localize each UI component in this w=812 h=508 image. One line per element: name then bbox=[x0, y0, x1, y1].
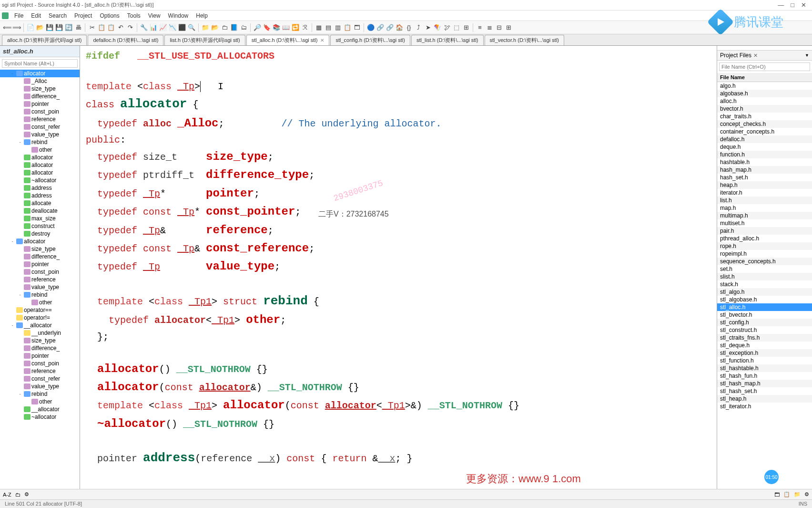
tree-node[interactable]: destroy bbox=[0, 230, 80, 238]
tool-icon[interactable]: 🔎 bbox=[253, 23, 262, 32]
tree-node[interactable]: -rebind bbox=[0, 390, 80, 398]
tool-icon[interactable]: ≣ bbox=[485, 23, 494, 32]
symbol-search-input[interactable] bbox=[2, 59, 78, 68]
tree-node[interactable]: ~allocator bbox=[0, 413, 80, 421]
menu-tools[interactable]: Tools bbox=[123, 12, 144, 19]
symbol-tree[interactable]: -allocator_Allocsize_typedifference_poin… bbox=[0, 70, 80, 489]
tree-expand-icon[interactable]: - bbox=[17, 392, 23, 396]
file-row[interactable]: algobase.h bbox=[717, 90, 812, 97]
file-row[interactable]: stl_hash_fun.h bbox=[717, 372, 812, 380]
file-row[interactable]: function.h bbox=[717, 151, 812, 158]
split-icon[interactable]: ▤ bbox=[324, 23, 333, 32]
file-tab[interactable]: alloc.h (D:\资料\开源代码\sgi stl) bbox=[2, 35, 87, 45]
file-row[interactable]: ropeimpl.h bbox=[717, 250, 812, 258]
tree-expand-icon[interactable]: - bbox=[10, 71, 15, 76]
tree-expand-icon[interactable]: - bbox=[17, 292, 23, 297]
tool-icon[interactable]: 🕊 bbox=[443, 23, 451, 32]
tool-icon[interactable]: ⊞ bbox=[462, 23, 470, 32]
file-row[interactable]: stl_ctraits_fns.h bbox=[717, 334, 812, 342]
tree-node[interactable]: const_poin bbox=[0, 360, 80, 367]
file-row[interactable]: char_traits.h bbox=[717, 113, 812, 120]
tool-icon[interactable]: 🔍 bbox=[187, 23, 196, 32]
open-icon[interactable]: 📂 bbox=[36, 23, 44, 32]
file-row[interactable]: stl_deque.h bbox=[717, 342, 812, 349]
tool-icon[interactable]: 🗂 bbox=[239, 23, 248, 32]
forward-button[interactable]: ⟹ bbox=[12, 23, 21, 32]
tree-node[interactable]: _Alloc bbox=[0, 77, 80, 85]
tool-icon[interactable]: 🔗 bbox=[386, 23, 394, 32]
minimize-button[interactable]: — bbox=[778, 1, 784, 9]
tool-icon[interactable]: 🔵 bbox=[366, 23, 375, 32]
redo-icon[interactable]: ↷ bbox=[126, 23, 134, 32]
new-icon[interactable]: 📄 bbox=[26, 23, 35, 32]
tree-node[interactable]: allocator bbox=[0, 169, 80, 176]
tool-icon[interactable]: 📚 bbox=[272, 23, 281, 32]
tree-node[interactable]: ~allocator bbox=[0, 176, 80, 184]
tree-node[interactable]: value_type bbox=[0, 131, 80, 138]
file-tab[interactable]: stl_list.h (D:\资料\...\sgi stl) bbox=[411, 35, 484, 45]
tree-node[interactable]: reference bbox=[0, 115, 80, 123]
tree-node[interactable]: -rebind bbox=[0, 291, 80, 299]
tree-node[interactable]: other bbox=[0, 299, 80, 306]
tree-node[interactable]: const_refer bbox=[0, 123, 80, 131]
tool-icon[interactable]: 🪁 bbox=[433, 23, 442, 32]
file-row[interactable]: stl_hashtable.h bbox=[717, 364, 812, 372]
tool-icon[interactable]: 🏠 bbox=[395, 23, 404, 32]
file-row[interactable]: container_concepts.h bbox=[717, 128, 812, 135]
tree-node[interactable]: difference_ bbox=[0, 93, 80, 100]
tool-icon[interactable]: 📖 bbox=[282, 23, 290, 32]
menu-window[interactable]: Window bbox=[164, 12, 193, 19]
tree-node[interactable]: pointer bbox=[0, 100, 80, 108]
file-row[interactable]: sequence_concepts.h bbox=[717, 258, 812, 265]
file-tab[interactable]: stl_vector.h (D:\资料\...\sgi stl) bbox=[485, 35, 564, 45]
file-row[interactable]: bvector.h bbox=[717, 105, 812, 113]
menu-options[interactable]: Options bbox=[96, 12, 123, 19]
list-icon[interactable]: 📋 bbox=[783, 491, 790, 498]
file-row[interactable]: stack.h bbox=[717, 280, 812, 288]
tree-node[interactable]: pointer bbox=[0, 260, 80, 268]
tool-icon[interactable]: 🗀 bbox=[220, 23, 229, 32]
file-tab[interactable]: stl_config.h (D:\资料\...\sgi stl) bbox=[330, 35, 410, 45]
file-row[interactable]: deque.h bbox=[717, 143, 812, 151]
sort-az-button[interactable]: A-Z bbox=[3, 492, 11, 498]
file-row[interactable]: hash_map.h bbox=[717, 166, 812, 174]
tree-node[interactable]: construct bbox=[0, 222, 80, 230]
tool-icon[interactable]: 🔧 bbox=[140, 23, 148, 32]
file-row[interactable]: rope.h bbox=[717, 242, 812, 250]
file-row[interactable]: stl_hash_map.h bbox=[717, 380, 812, 387]
tool-icon[interactable]: 📘 bbox=[230, 23, 238, 32]
menu-project[interactable]: Project bbox=[71, 12, 96, 19]
refresh-icon[interactable]: 🔄 bbox=[64, 23, 73, 32]
file-search-input[interactable] bbox=[719, 62, 810, 71]
file-row[interactable]: map.h bbox=[717, 204, 812, 212]
panel-close-icon[interactable]: ✕ bbox=[753, 52, 758, 59]
tool-icon[interactable]: 🔖 bbox=[263, 23, 271, 32]
file-row[interactable]: slist.h bbox=[717, 273, 812, 280]
tree-node[interactable]: const_refer bbox=[0, 375, 80, 383]
tree-node[interactable]: operator!= bbox=[0, 314, 80, 321]
file-row[interactable]: stl_function.h bbox=[717, 357, 812, 364]
tree-node[interactable]: const_poin bbox=[0, 268, 80, 276]
tree-node[interactable]: reference bbox=[0, 367, 80, 375]
tree-node[interactable]: address bbox=[0, 192, 80, 199]
tool-icon[interactable]: ⬚ bbox=[452, 23, 461, 32]
tree-node[interactable]: __underlyin bbox=[0, 329, 80, 337]
close-button[interactable]: ✕ bbox=[801, 1, 806, 9]
tree-node[interactable]: size_type bbox=[0, 245, 80, 253]
panel-dropdown-icon[interactable]: ▼ bbox=[805, 53, 809, 58]
tree-node[interactable]: reference bbox=[0, 276, 80, 283]
file-row[interactable]: stl_algobase.h bbox=[717, 296, 812, 303]
tree-node[interactable]: other bbox=[0, 146, 80, 154]
tool-icon[interactable]: ℛ bbox=[301, 23, 309, 32]
file-list[interactable]: algo.halgobase.halloc.hbvector.hchar_tra… bbox=[717, 82, 812, 489]
tree-node[interactable]: value_type bbox=[0, 383, 80, 390]
tree-node[interactable]: max_size bbox=[0, 215, 80, 222]
tool-icon[interactable]: ➤ bbox=[424, 23, 432, 32]
file-row[interactable]: stl_construct.h bbox=[717, 326, 812, 334]
tree-expand-icon[interactable]: - bbox=[10, 239, 15, 244]
menu-view[interactable]: View bbox=[144, 12, 164, 19]
tree-node[interactable]: -allocator bbox=[0, 70, 80, 77]
tool-icon[interactable]: ⊞ bbox=[504, 23, 513, 32]
file-row[interactable]: concept_checks.h bbox=[717, 120, 812, 128]
file-row[interactable]: stl_exception.h bbox=[717, 349, 812, 357]
